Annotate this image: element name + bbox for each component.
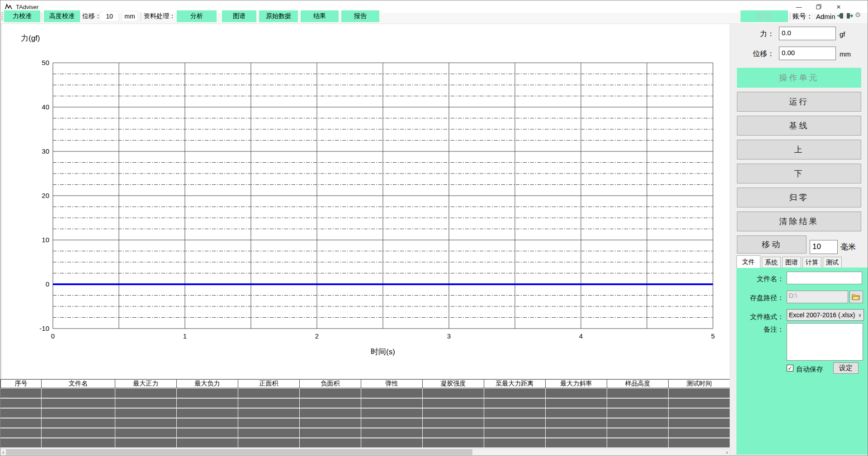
y-tick-label: 30: [28, 147, 49, 155]
table-cell: [546, 418, 607, 428]
table-cell: [607, 389, 669, 398]
horizontal-scrollbar-thumb[interactable]: [6, 449, 472, 455]
action-button-基线[interactable]: 基线: [737, 116, 861, 136]
force-readout-label: 力：: [738, 29, 774, 39]
table-row[interactable]: [0, 418, 730, 428]
table-cell: [115, 399, 177, 408]
column-header-最大负力: 最大负力: [177, 380, 238, 388]
set-button[interactable]: 设定: [833, 362, 859, 374]
table-cell: [423, 428, 484, 437]
table-cell: [238, 409, 300, 418]
action-button-清除结果[interactable]: 清除结果: [737, 212, 861, 231]
table-cell: [484, 399, 546, 408]
table-cell: [42, 409, 115, 418]
displacement-readout-input[interactable]: 0.00: [779, 47, 836, 60]
action-button-上[interactable]: 上: [737, 140, 861, 160]
table-cell: [546, 438, 607, 447]
save-path-label: 存盘路径：: [736, 294, 784, 302]
filename-label: 文件名：: [736, 275, 784, 283]
table-cell: [361, 428, 423, 437]
table-cell: [42, 428, 115, 437]
table-cell: [669, 389, 730, 398]
table-cell: [669, 428, 730, 437]
table-cell: [607, 418, 669, 428]
move-unit: 毫米: [840, 242, 856, 252]
displacement-readout-label: 位移：: [738, 49, 774, 59]
tab-系统[interactable]: 系统: [762, 257, 781, 268]
move-distance-input[interactable]: 10: [810, 240, 838, 254]
action-button-运行[interactable]: 运行: [737, 92, 861, 112]
table-cell: [0, 409, 42, 418]
column-header-样品高度: 样品高度: [607, 380, 669, 388]
tab-计算[interactable]: 计算: [802, 257, 821, 268]
filename-input[interactable]: [787, 272, 862, 284]
force-unit: gf: [840, 30, 845, 38]
table-cell: [42, 418, 115, 428]
table-cell: [607, 399, 669, 408]
table-cell: [546, 389, 607, 398]
action-button-下[interactable]: 下: [737, 164, 861, 183]
browse-folder-button[interactable]: [849, 291, 863, 303]
force-readout-input[interactable]: 0.0: [779, 27, 836, 40]
table-cell: [0, 428, 42, 437]
table-cell: [177, 438, 238, 447]
y-tick-label: 20: [28, 192, 49, 199]
table-row[interactable]: [0, 389, 730, 398]
scroll-left-icon[interactable]: ‹: [0, 449, 6, 456]
app-window: TAdviser — ✕ 力校准 高度校准 位移： 10 mm 资料处理： 分析…: [0, 0, 868, 456]
tab-文件[interactable]: 文件: [736, 255, 760, 268]
table-cell: [484, 409, 546, 418]
table-cell: [238, 389, 300, 398]
x-tick-label: 4: [572, 332, 590, 340]
table-cell: [0, 418, 42, 428]
table-cell: [238, 418, 300, 428]
table-cell: [42, 438, 115, 447]
y-tick-label: 40: [28, 103, 49, 111]
table-cell: [0, 438, 42, 447]
file-format-select[interactable]: Excel 2007-2016 (.xlsx) ∨: [787, 309, 864, 321]
column-header-负面积: 负面积: [300, 380, 361, 388]
table-cell: [484, 418, 546, 428]
scroll-right-icon[interactable]: ›: [724, 449, 730, 456]
table-cell: [177, 389, 238, 398]
y-tick-label: 50: [28, 59, 49, 66]
table-row[interactable]: [0, 438, 730, 447]
folder-open-icon: [852, 293, 861, 301]
table-cell: [115, 438, 177, 447]
autosave-checkbox[interactable]: ✓: [787, 365, 793, 371]
table-cell: [42, 399, 115, 408]
table-row[interactable]: [0, 399, 730, 408]
y-tick-label: -10: [28, 324, 49, 332]
table-cell: [484, 428, 546, 437]
table-cell: [115, 418, 177, 428]
tab-测试[interactable]: 测试: [823, 257, 842, 268]
column-header-凝胶强度: 凝胶强度: [423, 380, 484, 388]
table-cell: [177, 409, 238, 418]
table-cell: [177, 428, 238, 437]
autosave-label: 自动保存: [796, 365, 828, 374]
action-button-归零[interactable]: 归零: [737, 188, 861, 207]
table-cell: [361, 418, 423, 428]
y-tick-label: 0: [28, 280, 49, 288]
table-cell: [238, 428, 300, 437]
table-cell: [0, 389, 42, 398]
action-button-操作单元[interactable]: 操作单元: [737, 68, 861, 88]
table-cell: [607, 438, 669, 447]
table-row[interactable]: [0, 428, 730, 437]
table-cell: [669, 438, 730, 447]
table-cell: [423, 399, 484, 408]
column-header-序号: 序号: [0, 380, 42, 388]
chevron-down-icon: ∨: [858, 312, 862, 318]
column-header-测试时间: 测试时间: [669, 380, 730, 388]
table-row[interactable]: [0, 409, 730, 418]
tab-图谱[interactable]: 图谱: [782, 257, 801, 268]
remark-textarea[interactable]: [787, 323, 863, 361]
x-tick-label: 0: [44, 332, 62, 340]
move-button[interactable]: 移动: [737, 235, 807, 254]
column-header-弹性: 弹性: [361, 380, 423, 388]
results-table[interactable]: [0, 389, 730, 448]
file-format-value: Excel 2007-2016 (.xlsx): [789, 311, 855, 319]
table-cell: [361, 389, 423, 398]
x-tick-label: 1: [176, 332, 194, 340]
table-cell: [177, 399, 238, 408]
